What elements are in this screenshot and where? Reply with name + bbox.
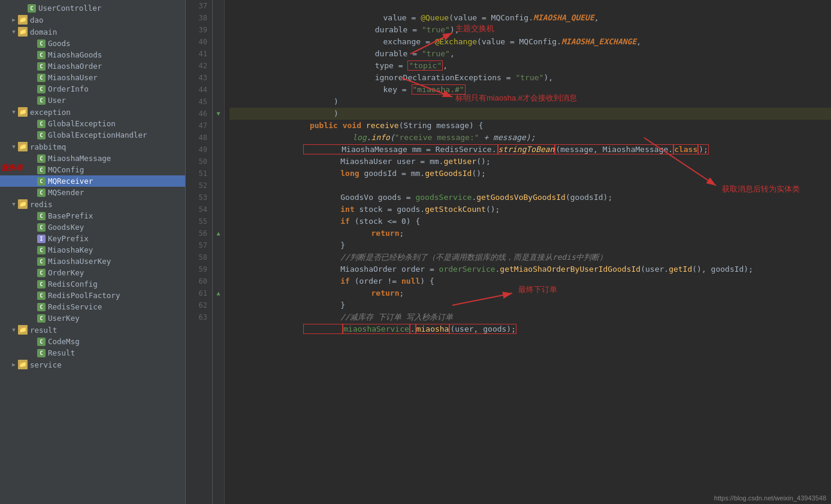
sidebar-label: MiaoshaUserKey [48,257,111,266]
sidebar-item-GlobalException[interactable]: C GlobalException [0,118,185,129]
sidebar-label: dao [30,16,44,25]
gutter-55 [213,215,224,227]
gutter-47 [213,120,224,132]
line-num-46: 46 [186,108,207,120]
line-num-40: 40 [186,36,207,48]
line-num-57: 57 [186,239,207,251]
sidebar-item-GlobalExceptionHandler[interactable]: C GlobalExceptionHandler [0,129,185,141]
arrow-icon [10,327,18,333]
sidebar-item-RedisConfig[interactable]: C RedisConfig [0,278,185,290]
gutter-62 [213,299,224,311]
sidebar-item-CodeMsg[interactable]: C CodeMsg [0,336,185,347]
arrow-icon [10,144,18,150]
line-num-42: 42 [186,60,207,72]
sidebar-item-exception[interactable]: 📁 exception [0,106,185,118]
line-num-59: 59 [186,263,207,275]
sidebar-item-GoodsKey[interactable]: C GoodsKey [0,221,185,233]
line-num-62: 62 [186,299,207,311]
line-num-43: 43 [186,72,207,84]
sidebar-item-BasePrefix[interactable]: C BasePrefix [0,210,185,221]
arrow-icon [10,201,18,207]
class-c-icon: C [37,74,46,82]
sidebar-item-MQReceiver[interactable]: C MQReceiver [0,175,185,187]
sidebar-label: MQConfig [48,165,84,174]
sidebar-item-UserKey[interactable]: C UserKey [0,312,185,324]
sidebar-item-redis[interactable]: 📁 redis [0,198,185,210]
gutter: ▼ ▲ ▲ [213,0,225,504]
sidebar-label: RedisService [48,302,102,311]
class-c-icon: C [37,96,46,105]
class-c-icon: C [28,4,36,13]
sidebar-item-KeyPrefix[interactable]: I KeyPrefix [0,233,185,244]
gutter-52 [213,180,224,192]
arrow-icon [10,362,18,368]
sidebar-item-OrderKey[interactable]: C OrderKey [0,267,185,278]
folder-icon: 📁 [18,325,28,335]
class-c-icon: C [37,349,46,357]
gutter-58 [213,251,224,263]
sidebar-item-OrderInfo[interactable]: C OrderInfo [0,83,185,95]
sidebar-label: rabbitmq [30,142,66,151]
gutter-41 [213,48,224,60]
class-i-icon: I [37,235,46,243]
class-c-icon: C [37,189,46,197]
folder-icon: 📁 [18,27,28,37]
服务者-label: 服务者 [2,163,23,173]
sidebar-item-MiaoshaMessage[interactable]: C MiaoshaMessage [0,153,185,164]
sidebar-label: BasePrefix [48,211,93,220]
sidebar-item-domain[interactable]: 📁 domain [0,26,185,38]
class-c-icon: C [37,85,46,93]
line-num-51: 51 [186,168,207,180]
sidebar-item-rabbitmq[interactable]: 📁 rabbitmq [0,141,185,153]
class-c-icon: C [37,303,46,311]
sidebar-item-MiaoshaUserKey[interactable]: C MiaoshaUserKey [0,256,185,267]
sidebar-item-Goods[interactable]: C Goods [0,38,185,49]
sidebar-label: MiaoshaKey [48,245,93,254]
sidebar-item-service[interactable]: 📁 service [0,359,185,371]
sidebar: 服务者 C UserController 📁 dao 📁 domain C Go… [0,0,186,504]
class-c-icon: C [37,292,46,300]
sidebar-item-RedisPoolFactory[interactable]: C RedisPoolFactory [0,290,185,301]
class-c-icon: C [37,269,46,277]
sidebar-label: UserController [38,4,101,13]
watermark: https://blog.csdn.net/weixin_43943548 [714,494,826,502]
sidebar-label: service [30,360,62,369]
gutter-50 [213,156,224,168]
class-c-icon: C [37,62,46,71]
sidebar-item-MiaoshaGoods[interactable]: C MiaoshaGoods [0,49,185,60]
sidebar-item-dao[interactable]: 📁 dao [0,14,185,26]
gutter-38 [213,12,224,24]
sidebar-item-RedisService[interactable]: C RedisService [0,301,185,312]
line-num-44: 44 [186,84,207,96]
sidebar-label: result [30,326,57,335]
sidebar-item-MQConfig[interactable]: C MQConfig [0,164,185,175]
gutter-57 [213,239,224,251]
sidebar-item-Result[interactable]: C Result [0,347,185,359]
sidebar-label: OrderInfo [48,84,89,93]
sidebar-item-User[interactable]: C User [0,95,185,106]
sidebar-label: exception [30,108,71,117]
class-c-icon: C [37,212,46,220]
gutter-60 [213,275,224,287]
line-num-47: 47 [186,120,207,132]
code-line-37: value = @Queue(value = MQConfig.MIAOSHA_… [229,0,831,12]
code-line-48: MiaoshaMessage mm = RedisService.stringT… [229,132,831,144]
gutter-39 [213,24,224,36]
line-num-41: 41 [186,48,207,60]
class-c-icon: C [37,131,46,139]
sidebar-label: domain [30,28,57,37]
sidebar-label: MQReceiver [48,177,93,186]
class-c-icon: C [37,120,46,128]
line-num-38: 38 [186,12,207,24]
sidebar-item-MQSender[interactable]: C MQSender [0,187,185,198]
sidebar-item-MiaoshaUser[interactable]: C MiaoshaUser [0,72,185,83]
sidebar-label: Result [48,348,75,357]
class-c-icon: C [37,223,46,232]
sidebar-item-UserController[interactable]: C UserController [0,2,185,14]
gutter-48 [213,132,224,144]
sidebar-label: GlobalExceptionHandler [48,130,147,139]
sidebar-item-MiaoshaOrder[interactable]: C MiaoshaOrder [0,60,185,72]
sidebar-item-result[interactable]: 📁 result [0,324,185,336]
line-num-56: 56 [186,227,207,239]
sidebar-item-MiaoshaKey[interactable]: C MiaoshaKey [0,244,185,256]
